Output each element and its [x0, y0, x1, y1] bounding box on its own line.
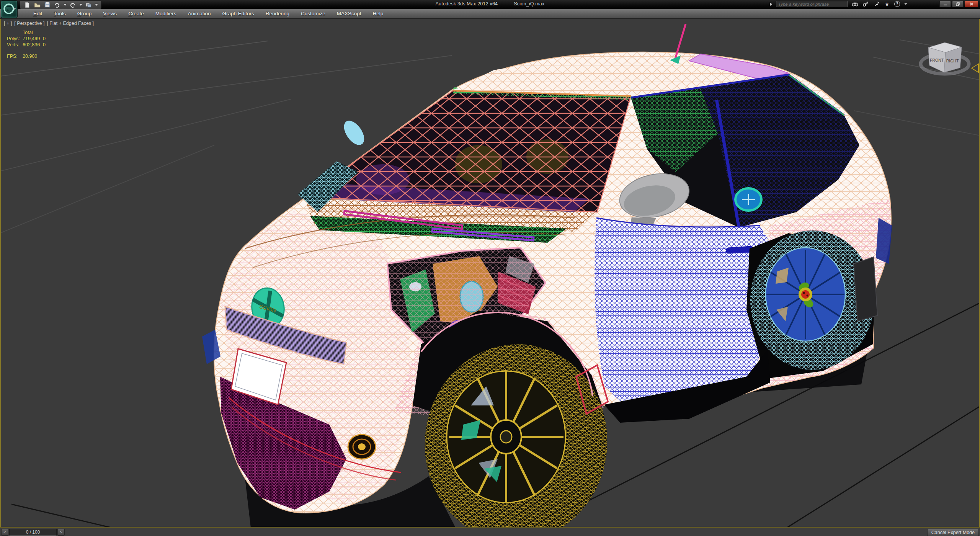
3dsmax-window: Autodesk 3ds Max 2012 x64Scion_iQ.max ★ … [0, 0, 980, 536]
viewport-pov-menu[interactable]: [ Perspective ] [14, 21, 44, 26]
stats-row-polys: Polys: 719,499 0 [1, 36, 100, 42]
pillar-highlight [340, 117, 368, 149]
window-controls [939, 1, 978, 7]
title-bar: Autodesk 3ds Max 2012 x64Scion_iQ.max ★ … [0, 0, 980, 9]
door-badge [735, 188, 761, 211]
tail-light [876, 218, 892, 264]
menu-bar: Edit Tools Group Views Create Modifiers … [0, 9, 980, 19]
polys-value: 719,499 [23, 36, 40, 42]
windshield[interactable] [306, 91, 631, 212]
infocenter-flyout-arrow[interactable] [770, 2, 772, 6]
menu-help[interactable]: Help [367, 10, 389, 18]
polys-extra: 0 [43, 36, 46, 42]
viewcube-right-label: RIGHT [946, 59, 959, 63]
menu-tools[interactable]: Tools [48, 10, 72, 18]
help-icon[interactable]: ? [894, 1, 900, 7]
search-input[interactable] [776, 1, 848, 7]
viewport-canvas[interactable]: SCION [0, 19, 980, 528]
fps-value: 20.900 [23, 53, 37, 59]
minimize-button[interactable] [939, 1, 951, 7]
current-frame-display[interactable]: 0 / 100 [9, 529, 57, 536]
verts-label: Verts: [7, 42, 19, 48]
fog-light [348, 435, 376, 459]
menu-views[interactable]: Views [97, 10, 122, 18]
polys-label: Polys: [7, 36, 20, 42]
viewport-label: [ + ] [ Perspective ] [ Flat + Edged Fac… [4, 21, 94, 26]
help-dropdown-arrow[interactable] [904, 3, 907, 5]
file-name: Scion_iQ.max [514, 1, 544, 7]
3dsmax-logo-icon [1, 1, 17, 18]
menu-create[interactable]: Create [122, 10, 150, 18]
stats-row-verts: Verts: 602,836 0 [1, 42, 100, 48]
time-slider: < 0 / 100 > [1, 529, 65, 536]
stats-row-fps: FPS: 20.900 [1, 53, 100, 59]
car-model[interactable]: SCION [202, 24, 892, 528]
favorites-star-icon[interactable]: ★ [884, 1, 890, 7]
status-bar: < 0 / 100 > Cancel Expert Mode [0, 528, 980, 536]
viewport-plus-menu[interactable]: [ + ] [4, 21, 12, 26]
menu-group[interactable]: Group [72, 10, 98, 18]
close-button[interactable] [965, 1, 978, 7]
infocenter: ★ ? [770, 1, 907, 7]
cancel-expert-mode-button[interactable]: Cancel Expert Mode [927, 529, 979, 536]
verts-value: 602,836 [23, 42, 40, 48]
communication-center-icon[interactable] [873, 1, 880, 7]
view-cube[interactable]: FRONT RIGHT [921, 42, 969, 74]
menu-modifiers[interactable]: Modifiers [150, 10, 182, 18]
subscription-key-icon[interactable] [862, 1, 869, 7]
fps-label: FPS: [7, 53, 18, 59]
viewcube-front-label: FRONT [930, 58, 944, 62]
previous-frame-button[interactable]: < [1, 529, 8, 536]
app-title: Autodesk 3ds Max 2012 x64 [436, 1, 498, 7]
verts-extra: 0 [43, 42, 46, 48]
windshield-mesh [306, 91, 631, 212]
stats-header: Total [23, 29, 33, 36]
perspective-viewport[interactable]: SCION [0, 19, 980, 528]
viewport-statistics: Total Polys: 719,499 0 Verts: 602,836 0 … [1, 29, 100, 59]
restore-button[interactable] [952, 1, 964, 7]
menu-maxscript[interactable]: MAXScript [331, 10, 367, 18]
menu-customize[interactable]: Customize [295, 10, 331, 18]
menu-graph-editors[interactable]: Graph Editors [216, 10, 260, 18]
help-glyph: ? [896, 2, 898, 6]
viewport-shading-menu[interactable]: [ Flat + Edged Faces ] [47, 21, 94, 26]
menu-edit[interactable]: Edit [28, 10, 48, 18]
next-frame-button[interactable]: > [57, 529, 65, 536]
star-glyph: ★ [885, 1, 890, 7]
menu-animation[interactable]: Animation [182, 10, 216, 18]
application-menu-button[interactable] [1, 0, 18, 18]
search-binoculars-icon[interactable] [851, 1, 858, 7]
rear-mudflap [854, 257, 877, 321]
viewport-edge-marker[interactable] [972, 64, 978, 72]
menu-rendering[interactable]: Rendering [260, 10, 295, 18]
